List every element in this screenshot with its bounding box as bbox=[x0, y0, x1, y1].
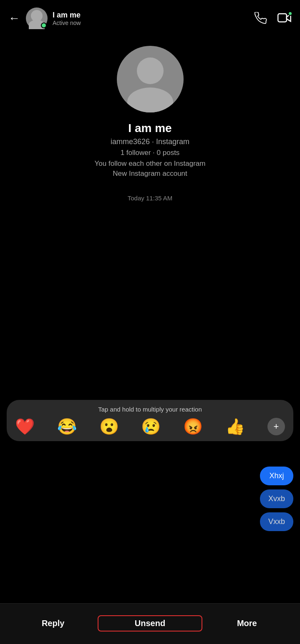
message-timestamp: Today 11:35 AM bbox=[0, 195, 300, 202]
online-indicator bbox=[41, 22, 47, 28]
reaction-hint-text: Tap and hold to multiply your reaction bbox=[15, 406, 285, 413]
reaction-more-button[interactable]: + bbox=[267, 418, 285, 435]
avatar-large bbox=[117, 46, 184, 112]
phone-call-button[interactable] bbox=[254, 12, 267, 25]
header-status: Active now bbox=[53, 20, 254, 26]
reply-button[interactable]: Reply bbox=[8, 619, 98, 628]
profile-name: I am me bbox=[128, 122, 171, 135]
header-info: I am me Active now bbox=[53, 11, 254, 26]
messages-area: Xhxj Xvxb Vxxb bbox=[260, 467, 293, 531]
header: ← I am me Active now bbox=[0, 0, 300, 33]
bottom-action-bar: Reply Unsend More bbox=[0, 603, 300, 644]
header-name: I am me bbox=[53, 11, 254, 20]
message-bubble-3[interactable]: Vxxb bbox=[260, 512, 293, 531]
reaction-heart[interactable]: ❤️ bbox=[15, 419, 35, 434]
reaction-angry[interactable]: 😡 bbox=[183, 419, 203, 434]
message-bubble-2[interactable]: Xvxb bbox=[260, 489, 293, 508]
reaction-cry[interactable]: 😢 bbox=[141, 419, 161, 434]
reaction-emoji-row: ❤️ 😂 😮 😢 😡 👍 + bbox=[15, 418, 285, 435]
message-bubble-1[interactable]: Xhxj bbox=[260, 467, 293, 485]
reaction-popup: Tap and hold to multiply your reaction ❤… bbox=[7, 400, 293, 441]
message-text-2: Xvxb bbox=[268, 494, 285, 503]
avatar-body bbox=[127, 87, 173, 112]
avatar-head bbox=[137, 57, 164, 84]
profile-handle: iamme3626 · Instagram bbox=[111, 137, 189, 146]
header-icons bbox=[254, 12, 292, 25]
back-button[interactable]: ← bbox=[8, 12, 20, 24]
profile-section: I am me iamme3626 · Instagram 1 follower… bbox=[0, 33, 300, 186]
svg-rect-0 bbox=[278, 14, 287, 22]
video-call-button[interactable] bbox=[277, 12, 292, 25]
reaction-thumbsup[interactable]: 👍 bbox=[225, 419, 245, 434]
message-text-3: Vxxb bbox=[268, 517, 285, 526]
reaction-laugh[interactable]: 😂 bbox=[57, 419, 77, 434]
reaction-wow[interactable]: 😮 bbox=[99, 419, 119, 434]
profile-follow-status: You follow each other on Instagram bbox=[95, 160, 206, 168]
message-text-1: Xhxj bbox=[269, 472, 284, 480]
avatar-small bbox=[26, 7, 48, 29]
unsend-button[interactable]: Unsend bbox=[98, 615, 202, 632]
more-button[interactable]: More bbox=[202, 619, 292, 628]
profile-account-note: New Instagram account bbox=[113, 170, 187, 178]
video-online-dot bbox=[288, 11, 292, 16]
profile-stats: 1 follower · 0 posts bbox=[121, 149, 180, 157]
